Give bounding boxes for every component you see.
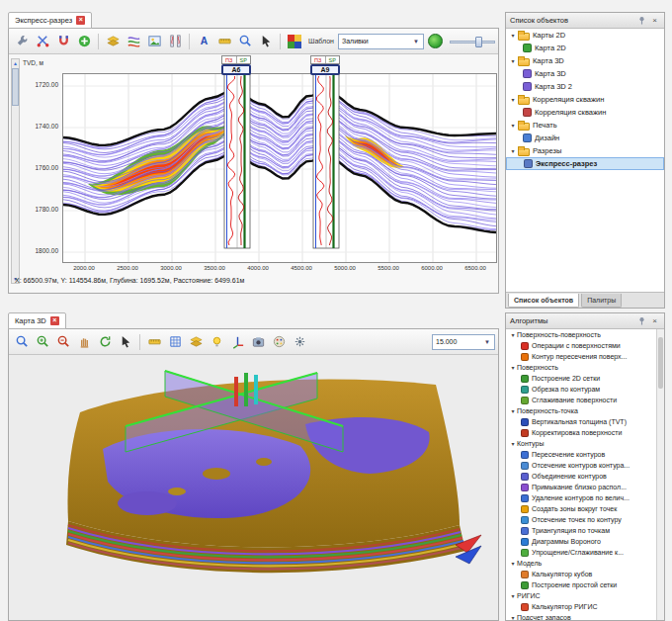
settings-gear-icon[interactable]	[290, 332, 309, 352]
algorithm-item[interactable]: Калькулятор РИГИС	[506, 601, 656, 612]
section-canvas[interactable]	[63, 74, 497, 263]
algorithm-item[interactable]: Отсечение точек по контуру	[506, 514, 656, 525]
close-icon[interactable]: ×	[50, 316, 59, 325]
well-header-a6[interactable]: ПЗ SP А6	[221, 55, 251, 75]
zoom-out-icon[interactable]	[53, 332, 73, 352]
pin-icon[interactable]	[636, 15, 647, 26]
objects-tree-item[interactable]: Карта 2D	[506, 42, 664, 54]
tab-map3d[interactable]: Карта 3D ×	[8, 312, 66, 329]
objects-tree-item[interactable]: ▾Печать	[506, 119, 664, 132]
layers-icon[interactable]	[186, 332, 206, 352]
expand-arrow-icon[interactable]: ▾	[509, 440, 517, 447]
layers-icon[interactable]	[103, 32, 123, 51]
map3d-viewport[interactable]	[9, 355, 498, 620]
ruler-icon[interactable]	[144, 332, 164, 352]
algorithm-item[interactable]: Пересечение контуров	[506, 449, 656, 460]
axes-icon[interactable]	[227, 332, 247, 352]
close-icon[interactable]: ×	[76, 16, 85, 25]
ruler-icon[interactable]	[214, 32, 234, 51]
algorithm-category[interactable]: ▾РИГИС	[506, 590, 656, 601]
rotate-icon[interactable]	[95, 332, 115, 352]
pin-icon[interactable]	[636, 315, 647, 326]
expand-arrow-icon[interactable]: ▾	[509, 407, 517, 414]
fills-palette-icon[interactable]	[285, 32, 304, 51]
apply-button[interactable]	[428, 34, 443, 48]
algorithm-item[interactable]: Обрезка по контурам	[506, 384, 656, 395]
zoom-in-icon[interactable]	[33, 332, 52, 352]
algorithm-item[interactable]: Отсечение контуров контура...	[506, 460, 656, 471]
text-label-icon[interactable]: A	[194, 32, 213, 51]
expand-arrow-icon[interactable]: ▾	[509, 560, 517, 567]
map3d-canvas[interactable]	[9, 355, 498, 620]
algorithm-item[interactable]: Корректировка поверхности	[506, 427, 656, 438]
objects-tree-item[interactable]: ▾Корреляция скважин	[506, 93, 664, 106]
objects-tree-item[interactable]: Экспресс-разрез	[506, 157, 664, 170]
camera-icon[interactable]	[248, 332, 268, 352]
wrench-icon[interactable]	[12, 32, 32, 51]
expand-arrow-icon[interactable]: ▾	[509, 122, 517, 129]
algorithm-item[interactable]: Упрощение/Сглаживание к...	[506, 547, 656, 558]
fills-combobox[interactable]: Заливки ▼	[338, 34, 424, 49]
objects-tree-item[interactable]: ▾Карта 3D	[506, 54, 664, 67]
algorithm-item[interactable]: Калькулятор кубов	[506, 569, 656, 579]
zoom-extents-icon[interactable]	[12, 332, 32, 352]
tab-express-section[interactable]: Экспресс-разрез ×	[8, 12, 92, 29]
algorithm-item[interactable]: Триангуляция по точкам	[506, 525, 656, 536]
objects-tree-item[interactable]: Карта 3D 2	[506, 80, 664, 93]
scrollbar-thumb[interactable]	[12, 68, 19, 106]
select-arrow-icon[interactable]	[116, 332, 135, 352]
scissors-icon[interactable]	[33, 32, 52, 51]
expand-arrow-icon[interactable]: ▾	[509, 57, 517, 64]
algorithm-item[interactable]: Примыкание близко распол...	[506, 482, 656, 492]
well-track[interactable]	[313, 74, 339, 248]
algorithm-category[interactable]: ▾Поверхность-точка	[506, 405, 656, 416]
palette-icon[interactable]	[269, 332, 289, 352]
pointer-icon[interactable]	[256, 32, 276, 51]
well-header-a9[interactable]: ПЗ SP А9	[310, 55, 340, 75]
objects-tree-item[interactable]: Карта 3D	[506, 67, 664, 80]
objects-tree-item[interactable]: Корреляция скважин	[506, 106, 664, 119]
light-icon[interactable]	[207, 332, 226, 352]
algorithm-category[interactable]: ▾Модель	[506, 558, 656, 569]
image-icon[interactable]	[144, 32, 164, 51]
objects-tree-item[interactable]: Дизайн	[506, 132, 664, 144]
tab-palettes[interactable]: Палитры	[581, 294, 622, 308]
expand-arrow-icon[interactable]: ▾	[509, 331, 517, 338]
expand-arrow-icon[interactable]: ▾	[509, 147, 517, 154]
algorithm-category[interactable]: ▾Поверхность	[506, 362, 656, 373]
section-plot-area[interactable]	[62, 73, 497, 263]
close-icon[interactable]: ×	[649, 315, 660, 326]
objects-tree-item[interactable]: ▾Разрезы	[506, 144, 664, 157]
zoom-icon[interactable]	[235, 32, 255, 51]
magnet-icon[interactable]	[53, 32, 73, 51]
objects-tree-item[interactable]: ▾Карты 2D	[506, 29, 664, 42]
algorithm-category[interactable]: ▾Контуры	[506, 438, 656, 449]
expand-arrow-icon[interactable]: ▾	[509, 32, 517, 39]
expand-arrow-icon[interactable]: ▾	[509, 364, 517, 371]
algorithm-item[interactable]: Операции с поверхностями	[506, 340, 656, 351]
close-icon[interactable]: ×	[649, 15, 660, 26]
algorithm-item[interactable]: Создать зоны вокруг точек	[506, 503, 656, 514]
surfaces-icon[interactable]	[124, 32, 143, 51]
add-icon[interactable]	[74, 32, 94, 51]
algorithm-item[interactable]: Контур пересечения поверх...	[506, 351, 656, 362]
pan-hand-icon[interactable]	[74, 332, 94, 352]
algorithms-scrollbar[interactable]	[656, 329, 664, 620]
algorithm-item[interactable]: Диаграммы Вороного	[506, 536, 656, 547]
scrollbar-thumb[interactable]	[658, 337, 663, 389]
algorithm-item[interactable]: Сглаживание поверхности	[506, 395, 656, 405]
scale-combobox[interactable]: 15.000 ▼	[432, 334, 495, 350]
algorithm-item[interactable]: Объединение контуров	[506, 471, 656, 482]
transparency-slider[interactable]	[450, 35, 495, 48]
algorithm-item[interactable]: Построение 2D сетки	[506, 373, 656, 384]
algorithm-item[interactable]: Вертикальная толщина (TVT)	[506, 416, 656, 427]
algorithm-category[interactable]: ▾Поверхность-поверхность	[506, 329, 656, 340]
well-columns-icon[interactable]	[165, 32, 185, 51]
algorithm-item[interactable]: Удаление контуров по велич...	[506, 492, 656, 503]
algorithm-category[interactable]: ▾Подсчет запасов	[506, 612, 656, 620]
expand-arrow-icon[interactable]: ▾	[509, 96, 517, 103]
expand-arrow-icon[interactable]: ▾	[509, 592, 517, 599]
grid-icon[interactable]	[165, 332, 185, 352]
slider-handle[interactable]	[475, 37, 482, 47]
expand-arrow-icon[interactable]: ▾	[509, 614, 517, 620]
